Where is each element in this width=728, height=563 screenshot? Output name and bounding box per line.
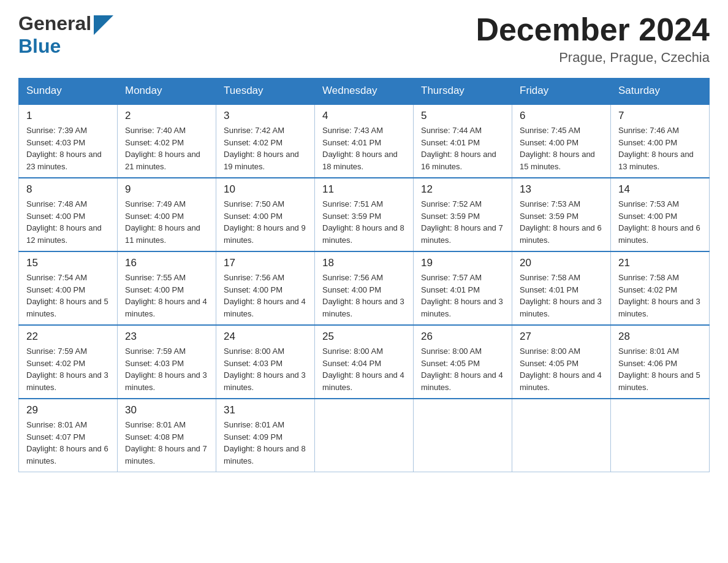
calendar-cell: 10Sunrise: 7:50 AMSunset: 4:00 PMDayligh…: [216, 178, 315, 251]
calendar-table: SundayMondayTuesdayWednesdayThursdayFrid…: [18, 78, 710, 472]
day-number: 12: [421, 183, 504, 196]
day-number: 7: [618, 110, 702, 122]
calendar-cell: 24Sunrise: 8:00 AMSunset: 4:03 PMDayligh…: [216, 325, 315, 399]
calendar-cell: 9Sunrise: 7:49 AMSunset: 4:00 PMDaylight…: [118, 178, 216, 251]
day-info: Sunrise: 7:44 AMSunset: 4:01 PMDaylight:…: [421, 124, 504, 172]
day-info: Sunrise: 7:58 AMSunset: 4:01 PMDaylight:…: [520, 272, 603, 320]
day-number: 30: [125, 404, 208, 416]
weekday-header-sunday: Sunday: [19, 79, 118, 104]
day-number: 11: [322, 183, 406, 196]
day-number: 17: [224, 257, 307, 269]
day-number: 22: [26, 331, 110, 343]
day-info: Sunrise: 7:58 AMSunset: 4:02 PMDaylight:…: [618, 272, 702, 320]
day-info: Sunrise: 7:56 AMSunset: 4:00 PMDaylight:…: [322, 272, 406, 320]
day-info: Sunrise: 7:39 AMSunset: 4:03 PMDaylight:…: [26, 124, 110, 172]
calendar-cell: 28Sunrise: 8:01 AMSunset: 4:06 PMDayligh…: [611, 325, 710, 399]
weekday-header-thursday: Thursday: [414, 79, 512, 104]
day-info: Sunrise: 8:00 AMSunset: 4:05 PMDaylight:…: [421, 345, 504, 393]
day-info: Sunrise: 7:57 AMSunset: 4:01 PMDaylight:…: [421, 272, 504, 320]
day-info: Sunrise: 7:53 AMSunset: 4:00 PMDaylight:…: [618, 198, 702, 246]
calendar-cell: 14Sunrise: 7:53 AMSunset: 4:00 PMDayligh…: [611, 178, 710, 251]
calendar-week-3: 15Sunrise: 7:54 AMSunset: 4:00 PMDayligh…: [19, 251, 710, 325]
weekday-header-wednesday: Wednesday: [315, 79, 414, 104]
calendar-cell: 26Sunrise: 8:00 AMSunset: 4:05 PMDayligh…: [414, 325, 512, 399]
day-info: Sunrise: 7:42 AMSunset: 4:02 PMDaylight:…: [224, 124, 307, 172]
day-number: 28: [618, 331, 702, 343]
day-info: Sunrise: 7:40 AMSunset: 4:02 PMDaylight:…: [125, 124, 208, 172]
day-number: 29: [26, 404, 110, 416]
day-info: Sunrise: 8:01 AMSunset: 4:09 PMDaylight:…: [224, 419, 307, 467]
weekday-header-row: SundayMondayTuesdayWednesdayThursdayFrid…: [19, 79, 710, 104]
day-number: 2: [125, 110, 208, 122]
day-number: 26: [421, 331, 504, 343]
day-number: 25: [322, 331, 406, 343]
calendar-cell: 20Sunrise: 7:58 AMSunset: 4:01 PMDayligh…: [512, 251, 611, 325]
day-info: Sunrise: 7:51 AMSunset: 3:59 PMDaylight:…: [322, 198, 406, 246]
calendar-cell: 17Sunrise: 7:56 AMSunset: 4:00 PMDayligh…: [216, 251, 315, 325]
day-number: 13: [520, 183, 603, 196]
day-info: Sunrise: 7:43 AMSunset: 4:01 PMDaylight:…: [322, 124, 406, 172]
calendar-cell: 27Sunrise: 8:00 AMSunset: 4:05 PMDayligh…: [512, 325, 611, 399]
weekday-header-friday: Friday: [512, 79, 611, 104]
day-info: Sunrise: 7:56 AMSunset: 4:00 PMDaylight:…: [224, 272, 307, 320]
day-info: Sunrise: 8:00 AMSunset: 4:05 PMDaylight:…: [520, 345, 603, 393]
day-number: 1: [26, 110, 110, 122]
calendar-cell: [315, 399, 414, 472]
day-info: Sunrise: 7:48 AMSunset: 4:00 PMDaylight:…: [26, 198, 110, 246]
calendar-cell: 7Sunrise: 7:46 AMSunset: 4:00 PMDaylight…: [611, 104, 710, 178]
day-info: Sunrise: 7:46 AMSunset: 4:00 PMDaylight:…: [618, 124, 702, 172]
page-header: General Blue December 2024 Prague, Pragu…: [18, 12, 710, 66]
calendar-cell: 5Sunrise: 7:44 AMSunset: 4:01 PMDaylight…: [414, 104, 512, 178]
weekday-header-tuesday: Tuesday: [216, 79, 315, 104]
calendar-cell: 3Sunrise: 7:42 AMSunset: 4:02 PMDaylight…: [216, 104, 315, 178]
logo-blue-text: Blue: [18, 35, 61, 57]
day-info: Sunrise: 7:49 AMSunset: 4:00 PMDaylight:…: [125, 198, 208, 246]
day-number: 4: [322, 110, 406, 122]
calendar-week-2: 8Sunrise: 7:48 AMSunset: 4:00 PMDaylight…: [19, 178, 710, 251]
weekday-header-saturday: Saturday: [611, 79, 710, 104]
day-number: 23: [125, 331, 208, 343]
day-info: Sunrise: 7:54 AMSunset: 4:00 PMDaylight:…: [26, 272, 110, 320]
day-number: 18: [322, 257, 406, 269]
calendar-cell: 15Sunrise: 7:54 AMSunset: 4:00 PMDayligh…: [19, 251, 118, 325]
day-number: 31: [224, 404, 307, 416]
calendar-cell: 22Sunrise: 7:59 AMSunset: 4:02 PMDayligh…: [19, 325, 118, 399]
day-number: 9: [125, 183, 208, 196]
calendar-cell: 11Sunrise: 7:51 AMSunset: 3:59 PMDayligh…: [315, 178, 414, 251]
calendar-cell: 13Sunrise: 7:53 AMSunset: 3:59 PMDayligh…: [512, 178, 611, 251]
day-number: 27: [520, 331, 603, 343]
day-number: 16: [125, 257, 208, 269]
calendar-cell: 29Sunrise: 8:01 AMSunset: 4:07 PMDayligh…: [19, 399, 118, 472]
calendar-cell: [512, 399, 611, 472]
calendar-week-4: 22Sunrise: 7:59 AMSunset: 4:02 PMDayligh…: [19, 325, 710, 399]
calendar-cell: 8Sunrise: 7:48 AMSunset: 4:00 PMDaylight…: [19, 178, 118, 251]
calendar-cell: 16Sunrise: 7:55 AMSunset: 4:00 PMDayligh…: [118, 251, 216, 325]
calendar-cell: [414, 399, 512, 472]
day-info: Sunrise: 7:52 AMSunset: 3:59 PMDaylight:…: [421, 198, 504, 246]
day-info: Sunrise: 8:00 AMSunset: 4:04 PMDaylight:…: [322, 345, 406, 393]
day-number: 21: [618, 257, 702, 269]
day-number: 6: [520, 110, 603, 122]
location: Prague, Prague, Czechia: [476, 50, 710, 66]
calendar-cell: 23Sunrise: 7:59 AMSunset: 4:03 PMDayligh…: [118, 325, 216, 399]
day-number: 19: [421, 257, 504, 269]
calendar-cell: 25Sunrise: 8:00 AMSunset: 4:04 PMDayligh…: [315, 325, 414, 399]
weekday-header-monday: Monday: [118, 79, 216, 104]
calendar-cell: 21Sunrise: 7:58 AMSunset: 4:02 PMDayligh…: [611, 251, 710, 325]
day-info: Sunrise: 8:01 AMSunset: 4:08 PMDaylight:…: [125, 419, 208, 467]
day-info: Sunrise: 7:55 AMSunset: 4:00 PMDaylight:…: [125, 272, 208, 320]
calendar-cell: 4Sunrise: 7:43 AMSunset: 4:01 PMDaylight…: [315, 104, 414, 178]
calendar-cell: [611, 399, 710, 472]
logo-general-text: General: [18, 12, 91, 35]
day-number: 14: [618, 183, 702, 196]
day-number: 8: [26, 183, 110, 196]
logo: General Blue: [18, 12, 113, 58]
calendar-week-5: 29Sunrise: 8:01 AMSunset: 4:07 PMDayligh…: [19, 399, 710, 472]
calendar-cell: 12Sunrise: 7:52 AMSunset: 3:59 PMDayligh…: [414, 178, 512, 251]
calendar-cell: 1Sunrise: 7:39 AMSunset: 4:03 PMDaylight…: [19, 104, 118, 178]
logo-triangle-icon: [94, 15, 113, 35]
calendar-cell: 6Sunrise: 7:45 AMSunset: 4:00 PMDaylight…: [512, 104, 611, 178]
calendar-cell: 31Sunrise: 8:01 AMSunset: 4:09 PMDayligh…: [216, 399, 315, 472]
calendar-cell: 30Sunrise: 8:01 AMSunset: 4:08 PMDayligh…: [118, 399, 216, 472]
day-info: Sunrise: 7:50 AMSunset: 4:00 PMDaylight:…: [224, 198, 307, 246]
